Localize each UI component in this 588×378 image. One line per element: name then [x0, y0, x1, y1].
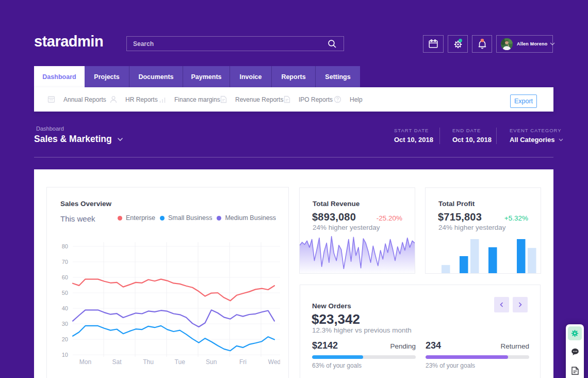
legend-item-medium-business[interactable]: Medium Business	[217, 214, 276, 222]
subnav-item-annual-reports[interactable]: Annual Reports	[47, 87, 106, 112]
tab-invoice[interactable]: Invoice	[230, 66, 272, 87]
page-title[interactable]: Sales & Marketing	[34, 134, 123, 145]
tab-documents[interactable]: Documents	[129, 66, 183, 87]
quick-actions-panel	[566, 324, 584, 378]
legend-dot	[217, 216, 221, 220]
subnav-item-revenue-reports[interactable]: Revenue Reports	[220, 87, 283, 112]
subnav-item-label: Help	[350, 96, 363, 103]
subnav-item-hr-reports[interactable]: HR Reports	[110, 87, 158, 112]
hero-divider	[34, 157, 553, 158]
returned-metric: 234 Returned 23% of your goals	[426, 340, 529, 369]
calendar-button[interactable]	[423, 35, 444, 53]
profile-menu[interactable]: Allen Moreno	[496, 35, 553, 53]
gear-icon	[571, 329, 579, 337]
file-icon	[284, 96, 290, 103]
pending-progress-bar	[312, 355, 416, 359]
chevron-down-icon	[550, 42, 555, 45]
filter-event-category[interactable]: EVENT CATEGORYAll Categories	[496, 128, 563, 144]
gear-icon	[452, 38, 464, 50]
tab-dashboard[interactable]: Dashboard	[34, 66, 85, 87]
legend-label: Small Business	[168, 214, 212, 222]
returned-progress-bar	[426, 355, 529, 359]
metric-label: Returned	[500, 342, 529, 350]
filter-label: EVENT CATEGORY	[510, 128, 563, 133]
export-button[interactable]: Export	[510, 94, 537, 108]
subnav-bar: Annual ReportsHR ReportsFinance marginsR…	[34, 87, 553, 112]
svg-text:Mon: Mon	[79, 358, 91, 366]
orders-note: 12.3% higher vs previous month	[312, 326, 412, 334]
tab-projects[interactable]: Projects	[85, 66, 129, 87]
filter-end-date: END DATEOct 10, 2018	[439, 128, 496, 144]
svg-text:40: 40	[62, 305, 68, 311]
legend-label: Enterprise	[126, 214, 155, 222]
filter-label: START DATE	[394, 128, 439, 133]
person-icon	[110, 96, 117, 103]
metric-goal: 63% of your goals	[312, 362, 416, 369]
prev-button[interactable]	[494, 297, 509, 312]
filter-label: END DATE	[452, 128, 496, 133]
tab-settings[interactable]: Settings	[316, 66, 360, 87]
legend-dot	[118, 216, 122, 220]
legend-label: Medium Business	[225, 214, 276, 222]
sales-overview-card: Sales Overview This week EnterpriseSmall…	[46, 187, 289, 378]
next-button[interactable]	[513, 297, 528, 312]
svg-text:10: 10	[62, 352, 68, 358]
chevron-right-icon	[518, 302, 522, 307]
subnav-item-help[interactable]: Help	[334, 87, 363, 112]
subnav-item-label: HR Reports	[125, 96, 158, 103]
svg-text:30: 30	[62, 321, 68, 327]
subnav-item-ipo-reports[interactable]: IPO Reports	[284, 87, 333, 112]
metric-value: 234	[426, 340, 441, 351]
svg-text:Wed: Wed	[268, 358, 280, 366]
svg-text:Tue: Tue	[175, 358, 186, 366]
notifications-button[interactable]	[472, 35, 492, 53]
search-box	[126, 36, 344, 51]
bell-icon	[476, 38, 488, 50]
legend-item-small-business[interactable]: Small Business	[160, 214, 212, 222]
chat-icon	[571, 348, 579, 356]
search-icon[interactable]	[328, 39, 337, 49]
main-content: Sales Overview This week EnterpriseSmall…	[34, 169, 553, 378]
filter-value: Oct 10, 2018	[452, 136, 496, 144]
filter-start-date: START DATEOct 10, 2018	[382, 128, 439, 144]
svg-text:70: 70	[62, 259, 68, 265]
svg-text:Sat: Sat	[112, 358, 122, 366]
metric-goal: 23% of your goals	[426, 362, 529, 369]
calendar-icon	[428, 38, 439, 50]
subnav-item-label: Revenue Reports	[235, 96, 283, 103]
settings-button[interactable]	[448, 35, 468, 53]
card-title: New Orders	[312, 302, 351, 310]
svg-text:60: 60	[62, 274, 68, 280]
theme-settings-button[interactable]	[568, 326, 582, 340]
legend-item-enterprise[interactable]: Enterprise	[118, 214, 155, 222]
total-profit-card: Total Profit $715,803 +5.32% 24% higher …	[425, 187, 541, 274]
chevron-down-icon	[117, 137, 123, 141]
svg-text:50: 50	[62, 290, 68, 296]
search-input[interactable]	[127, 37, 344, 51]
tab-payments[interactable]: Payments	[183, 66, 230, 87]
period-label: This week	[60, 214, 95, 223]
progress-fill	[312, 355, 363, 359]
orders-value: $23,342	[312, 311, 360, 327]
subnav-item-label: Annual Reports	[63, 96, 106, 103]
help-icon	[334, 96, 341, 103]
pending-metric: $2142 Pending 63% of your goals	[312, 340, 416, 369]
sales-line-chart: 8070605040302010MonSatThuTueSunFriWed	[47, 239, 280, 373]
chat-button[interactable]	[568, 345, 582, 359]
bar-chart-icon	[159, 96, 166, 103]
metric-label: Pending	[390, 342, 416, 350]
main-tabs: DashboardProjectsDocumentsPaymentsInvoic…	[34, 66, 360, 87]
tab-reports[interactable]: Reports	[272, 66, 316, 87]
document-button[interactable]	[568, 364, 582, 377]
filter-value[interactable]: All Categories	[510, 136, 563, 144]
svg-text:Thu: Thu	[143, 358, 154, 366]
svg-text:Fri: Fri	[239, 358, 247, 366]
card-title: Total Profit	[438, 200, 475, 208]
file-icon	[220, 96, 227, 103]
svg-text:20: 20	[62, 336, 68, 342]
chart-legend: EnterpriseSmall BusinessMedium Business	[118, 214, 281, 222]
report-icon	[47, 96, 55, 103]
subnav-item-label: IPO Reports	[299, 96, 333, 103]
subnav-item-finance-margins[interactable]: Finance margins	[159, 87, 220, 112]
card-title: Total Revenue	[313, 200, 360, 208]
